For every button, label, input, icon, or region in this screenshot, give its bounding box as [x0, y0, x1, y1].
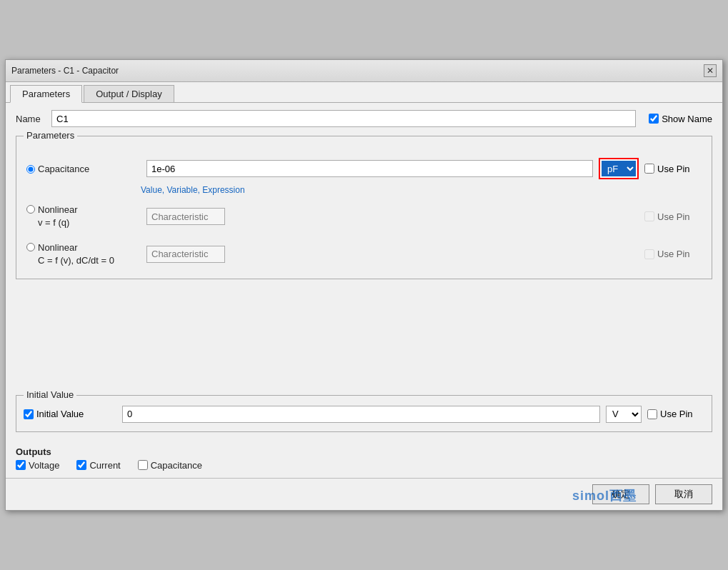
- nonlinear1-use-pin-label: Use Pin: [657, 211, 690, 222]
- params-inner: Capacitance pF nF uF mF F: [24, 142, 704, 270]
- tab-output-display[interactable]: Output / Display: [84, 85, 174, 102]
- capacitance-input[interactable]: [146, 160, 593, 177]
- nonlinear2-label: Nonlinear C = f (v), dC/dt = 0: [38, 241, 114, 267]
- outputs-title: Outputs: [16, 446, 712, 457]
- nonlinear2-use-pin-label: Use Pin: [657, 249, 690, 259]
- name-row: Name Show Name: [16, 110, 712, 127]
- capacitance-radio-label: Capacitance: [26, 164, 141, 174]
- capacitance-row: Capacitance pF nF uF mF F: [24, 154, 704, 184]
- nonlinear2-char-button[interactable]: Characteristic: [146, 246, 225, 263]
- tab-bar: Parameters Output / Display: [6, 82, 722, 103]
- capacitance-label: Capacitance: [38, 164, 89, 174]
- main-window: Parameters - C1 - Capacitor ✕ Parameters…: [5, 59, 723, 511]
- nonlinear1-row: Nonlinear v = f (q) Characteristic Use P…: [24, 201, 704, 232]
- output-voltage-checkbox[interactable]: [16, 460, 26, 470]
- output-capacitance: Capacitance: [138, 460, 202, 471]
- nonlinear1-use-pin-checkbox: [644, 211, 654, 221]
- nonlinear1-label: Nonlinear v = f (q): [38, 204, 78, 229]
- iv-use-pin-checkbox[interactable]: [647, 409, 657, 419]
- iv-use-pin-group: Use Pin: [647, 409, 704, 419]
- capacitance-radio[interactable]: [26, 165, 35, 174]
- capacitance-use-pin-label: Use Pin: [657, 164, 690, 174]
- name-input[interactable]: [51, 110, 636, 127]
- output-current-checkbox[interactable]: [76, 460, 86, 470]
- output-voltage: Voltage: [16, 460, 59, 471]
- capacitance-use-pin-checkbox[interactable]: [644, 164, 654, 174]
- initial-value-row: Initial Value V Use Pin: [24, 406, 704, 423]
- title-bar: Parameters - C1 - Capacitor ✕: [6, 60, 722, 82]
- main-content: Name Show Name Parameters Capacitance: [6, 103, 722, 478]
- output-current: Current: [76, 460, 120, 471]
- unit-dropdown-wrap: pF nF uF mF F: [599, 158, 639, 179]
- output-capacitance-checkbox[interactable]: [138, 460, 148, 470]
- close-button[interactable]: ✕: [704, 64, 717, 77]
- iv-use-pin-label: Use Pin: [660, 409, 693, 419]
- output-voltage-label: Voltage: [29, 460, 59, 471]
- capacitance-use-pin-group: Use Pin: [644, 164, 702, 174]
- show-name-label: Show Name: [662, 114, 712, 124]
- spacer: [16, 289, 712, 389]
- nonlinear1-char-button[interactable]: Characteristic: [146, 208, 225, 225]
- initial-value-checkbox[interactable]: [24, 409, 34, 419]
- outputs-section: Outputs Voltage Current Capacitance: [16, 446, 712, 471]
- name-label: Name: [16, 114, 44, 124]
- window-title: Parameters - C1 - Capacitor: [11, 66, 119, 76]
- initial-value-input[interactable]: [122, 406, 600, 423]
- ok-button[interactable]: 确定: [592, 484, 649, 504]
- nonlinear2-radio[interactable]: [26, 243, 35, 251]
- initial-value-group: Initial Value Initial Value V Use Pin: [16, 395, 712, 432]
- bottom-bar: simol西墨 确定 取消: [6, 478, 722, 510]
- unit-select[interactable]: pF nF uF mF F: [602, 161, 636, 176]
- tab-parameters[interactable]: Parameters: [10, 85, 82, 103]
- cancel-button[interactable]: 取消: [655, 484, 712, 504]
- nonlinear1-radio-label: Nonlinear v = f (q): [26, 204, 141, 229]
- initial-value-legend: Initial Value: [24, 389, 76, 400]
- nonlinear1-use-pin-group: Use Pin: [644, 211, 702, 222]
- initial-value-label: Initial Value: [36, 409, 84, 419]
- initial-value-unit-select[interactable]: V: [606, 406, 642, 423]
- nonlinear2-radio-label: Nonlinear C = f (v), dC/dt = 0: [26, 241, 141, 267]
- capacitance-hint: Value, Variable, Expression: [141, 185, 704, 195]
- parameters-group: Parameters Capacitance pF nF uF mF: [16, 136, 712, 279]
- iv-label-group: Initial Value: [24, 409, 116, 419]
- nonlinear2-row: Nonlinear C = f (v), dC/dt = 0 Character…: [24, 239, 704, 270]
- show-name-checkbox[interactable]: [649, 114, 659, 124]
- nonlinear2-use-pin-group: Use Pin: [644, 249, 702, 259]
- outputs-row: Voltage Current Capacitance: [16, 460, 712, 471]
- output-capacitance-label: Capacitance: [151, 460, 202, 471]
- nonlinear1-radio[interactable]: [26, 205, 35, 214]
- show-name-group: Show Name: [649, 114, 712, 124]
- nonlinear2-use-pin-checkbox: [644, 249, 654, 259]
- output-current-label: Current: [89, 460, 120, 471]
- parameters-legend: Parameters: [24, 130, 77, 141]
